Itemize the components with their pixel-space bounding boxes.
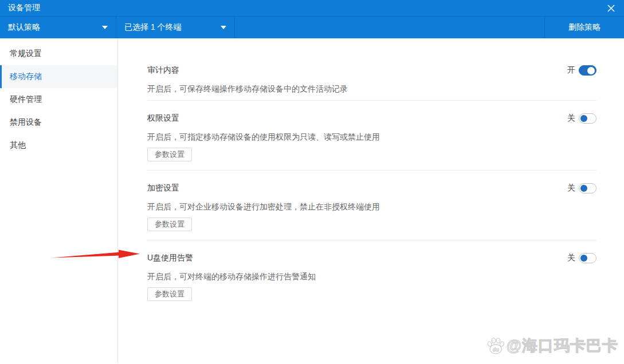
permission-settings-toggle[interactable]: [579, 113, 596, 124]
section-usb-usage-alert: U盘使用告警 关 开启后，可对终端的移动存储操作进行告警通知 参数设置: [147, 240, 596, 310]
sidebar-item-mobile-storage[interactable]: 移动存储: [0, 65, 117, 88]
audit-content-toggle[interactable]: [579, 65, 596, 76]
toggle-knob: [580, 185, 587, 192]
toggle-knob: [587, 67, 595, 74]
toggle-knob: [580, 115, 587, 122]
section-audit-content: 审计内容 开 开启后，可保存终端操作移动存储设备中的文件活动记录: [147, 38, 596, 101]
section-title: 加密设置: [147, 183, 179, 193]
device-management-window: 设备管理 默认策略 已选择 1 个终端 删除策略 常规设置 移动存储: [0, 0, 624, 364]
section-description: 开启后，可指定移动存储设备的使用权限为只读、读写或禁止使用: [147, 132, 596, 141]
toggle-state-label: 关: [567, 183, 575, 193]
delete-policy-button[interactable]: 删除策略: [544, 17, 624, 38]
window-title: 设备管理: [8, 3, 40, 13]
sidebar-item-label: 其他: [10, 140, 26, 151]
sidebar-item-disabled-devices[interactable]: 禁用设备: [0, 111, 117, 134]
section-permission-settings: 权限设置 关 开启后，可指定移动存储设备的使用权限为只读、读写或禁止使用 参数设…: [147, 101, 596, 171]
section-description: 开启后，可对企业移动设备进行加密处理，禁止在非授权终端使用: [147, 202, 596, 211]
section-title: 权限设置: [147, 113, 179, 124]
param-settings-button[interactable]: 参数设置: [147, 217, 192, 231]
toggle-knob: [580, 255, 587, 262]
chevron-down-icon: [102, 26, 108, 29]
terminal-dropdown-value: 已选择 1 个终端: [124, 22, 182, 33]
sidebar-item-general-settings[interactable]: 常规设置: [0, 42, 117, 65]
usb-usage-alert-toggle[interactable]: [579, 253, 596, 263]
sidebar: 常规设置 移动存储 硬件管理 禁用设备 其他: [0, 38, 118, 363]
close-icon[interactable]: [606, 3, 616, 13]
toggle-state-label: 关: [567, 113, 575, 124]
param-settings-button[interactable]: 参数设置: [147, 148, 192, 161]
policy-dropdown[interactable]: 默认策略: [0, 17, 116, 38]
toolbar-spacer: [235, 17, 544, 38]
sidebar-item-hardware-management[interactable]: 硬件管理: [0, 88, 117, 111]
toggle-state-label: 关: [567, 253, 575, 263]
settings-panel: 审计内容 开 开启后，可保存终端操作移动存储设备中的文件活动记录 权限设置 关: [118, 38, 624, 363]
toggle-state-label: 开: [567, 65, 575, 76]
section-title: U盘使用告警: [147, 253, 193, 263]
chevron-down-icon: [221, 26, 226, 29]
section-title: 审计内容: [147, 65, 179, 76]
terminal-dropdown[interactable]: 已选择 1 个终端: [116, 17, 235, 38]
section-description: 开启后，可对终端的移动存储操作进行告警通知: [147, 272, 596, 281]
sidebar-item-label: 常规设置: [10, 49, 42, 59]
param-settings-button[interactable]: 参数设置: [147, 287, 192, 301]
policy-dropdown-value: 默认策略: [8, 22, 40, 33]
sidebar-item-other[interactable]: 其他: [0, 134, 117, 157]
section-encryption-settings: 加密设置 关 开启后，可对企业移动设备进行加密处理，禁止在非授权终端使用 参数设…: [147, 171, 596, 240]
sidebar-item-label: 硬件管理: [10, 94, 42, 105]
section-description: 开启后，可保存终端操作移动存储设备中的文件活动记录: [147, 84, 596, 93]
sidebar-item-label: 禁用设备: [10, 117, 42, 128]
sidebar-item-label: 移动存储: [10, 72, 42, 82]
window-body: 常规设置 移动存储 硬件管理 禁用设备 其他 审计内容 开: [0, 38, 624, 363]
titlebar: 设备管理: [0, 0, 624, 17]
encryption-settings-toggle[interactable]: [579, 183, 596, 193]
toolbar: 默认策略 已选择 1 个终端 删除策略: [0, 17, 624, 38]
